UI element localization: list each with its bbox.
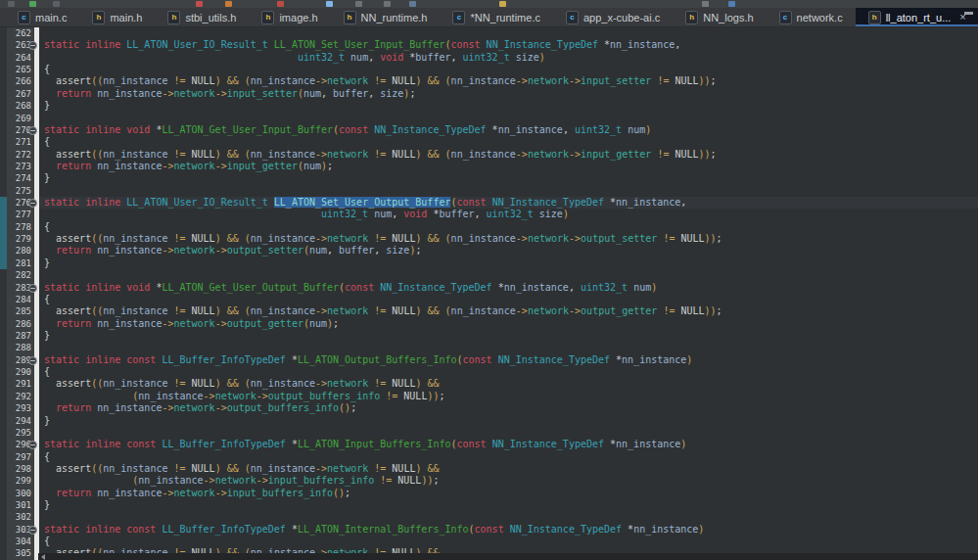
toolbar-icon-debug[interactable] xyxy=(196,1,203,7)
code-line-281: 281} xyxy=(0,257,978,269)
code-text: static inline void *LL_ATON_Get_User_Inp… xyxy=(39,124,651,136)
code-text: static inline LL_ATON_User_IO_Result_t L… xyxy=(39,39,680,51)
line-number: 269 xyxy=(7,113,34,124)
scroll-left-arrow-icon[interactable] xyxy=(41,554,45,560)
code-text: static inline const LL_Buffer_InfoTypeDe… xyxy=(39,439,686,450)
code-line-286: 286 return nn_instance->network->output_… xyxy=(0,318,978,330)
code-text xyxy=(39,427,44,439)
fold-collapse-icon[interactable] xyxy=(28,126,37,135)
toolbar-icon-stop[interactable] xyxy=(277,1,284,7)
toolbar-icon-4[interactable] xyxy=(355,1,362,7)
fold-collapse-icon[interactable] xyxy=(28,199,37,208)
tab-label: *NN_runtime.c xyxy=(470,12,540,23)
tab-label: image.h xyxy=(279,12,317,23)
toolbar-icon-9[interactable] xyxy=(728,1,735,7)
toolbar-icon-1[interactable] xyxy=(8,1,15,7)
annotation-ruler-cell xyxy=(0,172,7,184)
annotation-ruler-cell xyxy=(0,161,7,172)
toolbar-icon-6[interactable] xyxy=(409,1,416,7)
annotation-ruler-cell xyxy=(0,269,7,281)
code-text: return nn_instance->network->input_gette… xyxy=(39,161,333,172)
code-line-282: 282 xyxy=(0,269,978,281)
code-text: { xyxy=(39,536,50,547)
file-type-h-icon: h xyxy=(92,11,105,24)
file-type-c-icon: c xyxy=(779,11,792,24)
annotation-ruler-cell xyxy=(0,124,7,136)
toolbar-icon-7[interactable] xyxy=(499,1,506,7)
code-text: uint32_t num, void *buffer, uint32_t siz… xyxy=(39,209,569,220)
horizontal-scrollbar[interactable] xyxy=(38,553,978,560)
code-line-268: 268} xyxy=(0,100,978,112)
fold-collapse-icon[interactable] xyxy=(28,356,37,365)
line-number: 285 xyxy=(7,305,34,317)
annotation-ruler-cell xyxy=(0,149,7,161)
tab-label: NN_runtime.h xyxy=(361,12,428,23)
tab-nn-runtime-h[interactable]: hNN_runtime.h xyxy=(331,8,441,26)
code-text: { xyxy=(39,136,50,148)
annotation-ruler-cell xyxy=(0,524,7,536)
toolbar-icon-active[interactable] xyxy=(326,1,333,7)
code-text xyxy=(39,113,44,124)
tab-ll-aton-rt-u[interactable]: hll_aton_rt_u...× xyxy=(856,8,978,26)
annotation-ruler-cell xyxy=(0,378,7,390)
code-line-291: 291 assert((nn_instance != NULL) && (nn_… xyxy=(0,378,978,390)
code-text xyxy=(39,511,44,523)
code-text: { xyxy=(39,451,50,463)
line-number: 264 xyxy=(7,52,34,64)
toolbar-icon-run[interactable] xyxy=(225,1,232,7)
toolbar-icon-2[interactable] xyxy=(29,1,36,7)
line-number: 287 xyxy=(7,330,34,342)
code-text: uint32_t num, void *buffer, uint32_t siz… xyxy=(39,52,545,64)
tab-nn-logs-h[interactable]: hNN_logs.h xyxy=(673,8,766,26)
toolbar-icon-3[interactable] xyxy=(53,1,60,7)
fold-collapse-icon[interactable] xyxy=(28,526,37,535)
tab-main-c[interactable]: cmain.c xyxy=(5,8,79,26)
annotation-ruler-cell xyxy=(0,52,7,64)
code-line-271: 271{ xyxy=(0,136,978,148)
tab-bar-tabs: cmain.chmain.hhstbi_utils.hhimage.hhNN_r… xyxy=(5,8,978,26)
line-number: 272 xyxy=(7,149,34,161)
code-line-298: 298 assert((nn_instance != NULL) && (nn_… xyxy=(0,463,978,475)
tab-app-x-cube-ai-c[interactable]: capp_x-cube-ai.c xyxy=(553,8,673,26)
code-text: static inline void *LL_ATON_Get_User_Out… xyxy=(39,282,657,294)
fold-collapse-icon[interactable] xyxy=(28,284,37,293)
line-number: 265 xyxy=(7,64,34,75)
tab-network-c[interactable]: cnetwork.c xyxy=(767,8,856,26)
minimize-icon[interactable] xyxy=(964,12,973,15)
file-type-h-icon: h xyxy=(685,11,698,24)
line-number: 278 xyxy=(7,221,34,233)
line-number: 281 xyxy=(7,257,34,269)
tab-stbi-utils-h[interactable]: hstbi_utils.h xyxy=(155,8,249,26)
line-number: 271 xyxy=(7,136,34,148)
line-number: 262 xyxy=(7,27,34,39)
annotation-ruler-cell xyxy=(0,439,7,450)
code-text: { xyxy=(39,366,50,378)
tab-label: main.h xyxy=(110,12,142,23)
code-line-269: 269 xyxy=(0,113,978,124)
tab-nn-runtime-c[interactable]: c*NN_runtime.c xyxy=(440,8,553,26)
occurrence-range-marker xyxy=(0,257,7,269)
code-text: return nn_instance->network->input_sette… xyxy=(39,88,415,100)
occurrence-range-marker xyxy=(0,197,7,209)
annotation-ruler-cell xyxy=(0,294,7,305)
file-type-h-icon: h xyxy=(261,11,274,24)
line-number: 290 xyxy=(7,366,34,378)
line-number: 277 xyxy=(7,209,34,220)
line-number: 282 xyxy=(7,269,34,281)
toolbar-strip xyxy=(0,0,978,8)
tab-image-h[interactable]: himage.h xyxy=(249,8,330,26)
code-editor[interactable]: 262263static inline LL_ATON_User_IO_Resu… xyxy=(0,27,978,560)
tab-label: main.c xyxy=(35,12,67,23)
toolbar-icon-8[interactable] xyxy=(702,1,709,7)
occurrence-range-marker xyxy=(0,245,7,257)
tab-label: ll_aton_rt_u... xyxy=(886,12,952,23)
code-text: return nn_instance->network->output_gett… xyxy=(39,318,339,330)
code-text xyxy=(39,269,44,281)
line-number: 295 xyxy=(7,427,34,439)
code-line-275: 275 xyxy=(0,185,978,197)
code-text: static inline LL_ATON_User_IO_Result_t L… xyxy=(39,197,686,209)
annotation-ruler-cell xyxy=(0,113,7,124)
line-number: 284 xyxy=(7,294,34,305)
toolbar-icon-5[interactable] xyxy=(384,1,391,7)
tab-main-h[interactable]: hmain.h xyxy=(79,8,155,26)
